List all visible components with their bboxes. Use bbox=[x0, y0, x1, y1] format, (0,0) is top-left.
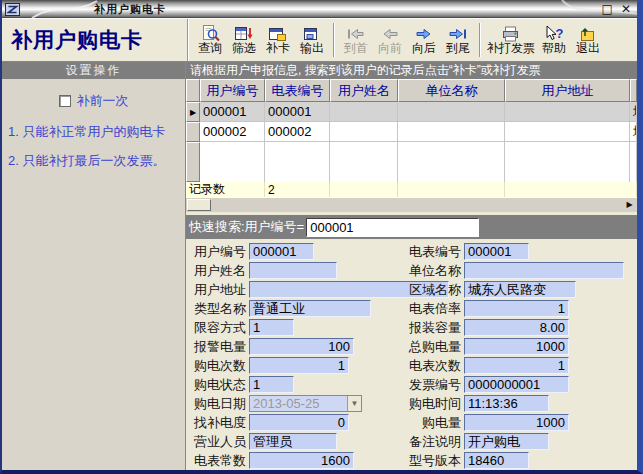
field-label: 发票编号 bbox=[404, 376, 461, 394]
scrollbar-thumb[interactable] bbox=[187, 199, 211, 211]
go-prev-icon bbox=[381, 25, 399, 42]
field-label: 用户姓名 bbox=[189, 262, 246, 280]
field-label: 找补电度 bbox=[189, 414, 246, 432]
field-value[interactable]: 18460 bbox=[464, 452, 529, 469]
field-value[interactable] bbox=[464, 262, 624, 279]
field-label: 单位名称 bbox=[404, 262, 461, 280]
instruction-bar: 请根据用户申报信息, 搜索到该用户的记录后点击“补卡”或补打发票 bbox=[186, 62, 637, 79]
row-gutter bbox=[186, 122, 200, 142]
field-label: 型号版本 bbox=[404, 452, 461, 470]
table-cell[interactable]: 000002 bbox=[200, 122, 265, 142]
quick-search-input[interactable] bbox=[306, 218, 479, 237]
form-row: 购电量1000 bbox=[404, 414, 624, 431]
replenish-previous-checkbox[interactable]: 补前一次 bbox=[2, 92, 185, 110]
user-table: 用户编号电表编号用户姓名单位名称用户地址▶000001000001城000002… bbox=[186, 79, 637, 197]
field-value[interactable]: 1 bbox=[249, 376, 294, 393]
last-button[interactable]: 到尾 bbox=[441, 20, 475, 60]
empty-table-area bbox=[630, 142, 637, 182]
table-cell[interactable]: 城 bbox=[630, 122, 637, 142]
table-cell[interactable] bbox=[398, 102, 505, 122]
empty-table-area bbox=[505, 142, 630, 182]
table-cell[interactable]: 000001 bbox=[265, 102, 330, 122]
field-value[interactable]: 0000000001 bbox=[464, 376, 569, 393]
field-value[interactable]: 城东人民路变 bbox=[464, 281, 576, 298]
record-count-label: 记录数 bbox=[186, 182, 265, 197]
help-button[interactable]: ?帮助 bbox=[537, 20, 571, 60]
close-button[interactable]: ✕ bbox=[621, 1, 631, 17]
invoice-button[interactable]: 补打发票 bbox=[485, 20, 537, 60]
empty-table-area bbox=[265, 142, 330, 182]
svg-text:?: ? bbox=[556, 26, 564, 41]
field-value[interactable]: 管理员 bbox=[249, 433, 337, 450]
filter-button-label: 筛选 bbox=[232, 42, 256, 55]
chevron-down-icon[interactable]: ▼ bbox=[347, 396, 361, 411]
table-cell[interactable] bbox=[330, 122, 398, 142]
table-cell[interactable]: 城 bbox=[630, 102, 637, 122]
next-button[interactable]: 向后 bbox=[407, 20, 441, 60]
field-value[interactable]: 1000 bbox=[464, 338, 569, 355]
column-header-1[interactable]: 用户编号 bbox=[200, 79, 265, 102]
field-value[interactable]: 1 bbox=[249, 319, 294, 336]
table-cell[interactable] bbox=[505, 102, 630, 122]
checkbox-label: 补前一次 bbox=[77, 92, 129, 110]
prev-button-label: 向前 bbox=[378, 42, 402, 55]
purchase-date-combobox[interactable]: 2013-05-25▼ bbox=[249, 395, 362, 412]
field-value[interactable]: 普通工业 bbox=[249, 300, 371, 317]
field-label: 限容方式 bbox=[189, 319, 246, 337]
main-panel: 请根据用户申报信息, 搜索到该用户的记录后点击“补卡”或补打发票 用户编号电表编… bbox=[186, 62, 637, 470]
sidebar-note-1: 1. 只能补正常用户的购电卡 bbox=[8, 124, 185, 139]
query-button[interactable]: 查询 bbox=[193, 20, 227, 60]
field-value[interactable]: 000001 bbox=[249, 243, 314, 260]
field-value[interactable] bbox=[249, 262, 337, 279]
field-value[interactable]: 100 bbox=[249, 338, 354, 355]
prev-button: 向前 bbox=[373, 20, 407, 60]
field-value[interactable]: 1 bbox=[464, 300, 569, 317]
checkbox-box-icon[interactable] bbox=[59, 95, 71, 107]
field-value[interactable]: 1000 bbox=[464, 414, 569, 431]
column-header-4[interactable]: 单位名称 bbox=[398, 79, 505, 102]
column-header-3[interactable]: 用户姓名 bbox=[330, 79, 398, 102]
table-cell[interactable] bbox=[330, 102, 398, 122]
form-right-column: 电表编号000001单位名称区域名称城东人民路变电表倍率1报装容量8.00总购电… bbox=[404, 243, 624, 471]
field-value[interactable]: 1600 bbox=[249, 452, 354, 469]
page-title: 补用户购电卡 bbox=[2, 19, 188, 61]
empty-table-area bbox=[330, 142, 398, 182]
toolbar-separator bbox=[333, 23, 335, 57]
card-button[interactable]: 补卡 bbox=[261, 20, 295, 60]
field-value[interactable]: 8.00 bbox=[464, 319, 569, 336]
field-value[interactable]: 000001 bbox=[464, 243, 529, 260]
form-row: 电表编号000001 bbox=[404, 243, 624, 260]
go-last-icon bbox=[449, 25, 467, 42]
table-row[interactable]: 000002000002城 bbox=[186, 122, 637, 142]
field-value[interactable]: 开户购电 bbox=[464, 433, 549, 450]
output-button-label: 输出 bbox=[300, 42, 324, 55]
table-cell[interactable] bbox=[505, 122, 630, 142]
maximize-button[interactable]: □ bbox=[602, 1, 613, 17]
table-cell[interactable]: 000002 bbox=[265, 122, 330, 142]
field-value[interactable]: 1 bbox=[249, 357, 349, 374]
form-row: 总购电量1000 bbox=[404, 338, 624, 355]
table-cell[interactable]: 000001 bbox=[200, 102, 265, 122]
table-row[interactable]: ▶000001000001城 bbox=[186, 102, 637, 122]
window-title: 补用户购电卡 bbox=[94, 2, 166, 17]
detail-form: 用户编号000001用户姓名用户地址类型名称普通工业限容方式1报警电量100购电… bbox=[186, 239, 637, 470]
field-value[interactable]: 0 bbox=[249, 414, 349, 431]
exit-button[interactable]: 退出 bbox=[571, 20, 605, 60]
column-header-5[interactable]: 用户地址 bbox=[505, 79, 630, 102]
horizontal-scrollbar[interactable]: ▶ bbox=[186, 197, 637, 212]
filter-button[interactable]: 筛选 bbox=[227, 20, 261, 60]
field-value[interactable]: 1 bbox=[464, 357, 569, 374]
field-value[interactable]: 11:13:36 bbox=[464, 395, 549, 412]
field-label: 电表次数 bbox=[404, 357, 461, 375]
field-label: 电表倍率 bbox=[404, 300, 461, 318]
app-window: 补用户购电卡 □ ✕ 补用户购电卡 查询筛选补卡输出到首向前向后到尾补打发票?帮… bbox=[0, 0, 643, 474]
current-record-marker-icon: ▶ bbox=[186, 102, 200, 122]
field-label: 购电日期 bbox=[189, 395, 246, 413]
scroll-right-arrow-icon[interactable]: ▶ bbox=[623, 199, 636, 211]
title-bar: 补用户购电卡 □ ✕ bbox=[2, 0, 637, 18]
output-button[interactable]: 输出 bbox=[295, 20, 329, 60]
output-icon bbox=[303, 25, 321, 42]
column-header-2[interactable]: 电表编号 bbox=[265, 79, 330, 102]
table-cell[interactable] bbox=[398, 122, 505, 142]
form-row: 发票编号0000000001 bbox=[404, 376, 624, 393]
